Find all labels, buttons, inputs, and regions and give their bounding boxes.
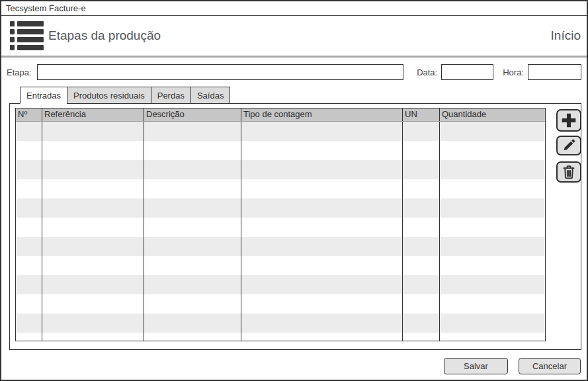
table-cell <box>16 256 42 275</box>
table-header-row: Nº Referência Descrição Tipo de contagem… <box>16 108 545 122</box>
table-cell <box>403 256 440 275</box>
table-cell <box>16 237 42 256</box>
table-row[interactable] <box>16 256 545 275</box>
table-cell <box>144 179 241 198</box>
table-cell <box>42 160 144 179</box>
table-cell <box>403 160 440 179</box>
data-input[interactable] <box>441 64 493 80</box>
hora-input[interactable] <box>528 64 581 80</box>
table-row[interactable] <box>16 141 545 160</box>
table-cell <box>403 333 440 341</box>
table-cell <box>144 333 241 341</box>
entries-table: Nº Referência Descrição Tipo de contagem… <box>15 108 546 341</box>
table-row[interactable] <box>16 333 545 341</box>
table-cell <box>440 179 545 198</box>
table-cell <box>144 275 241 294</box>
cancel-button[interactable]: Cancelar <box>519 358 581 374</box>
tab-entradas[interactable]: Entradas <box>20 87 67 104</box>
list-icon <box>9 20 44 52</box>
table-cell <box>241 198 403 218</box>
table-row[interactable] <box>16 314 545 333</box>
table-cell <box>440 160 545 179</box>
table-cell <box>16 141 42 160</box>
table-cell <box>440 294 545 314</box>
table-cell <box>42 237 144 256</box>
table-cell <box>241 141 403 160</box>
pencil-icon <box>562 138 576 153</box>
table-cell <box>440 237 545 256</box>
table-cell <box>16 218 42 237</box>
add-row-button[interactable] <box>556 109 581 132</box>
tab-perdas[interactable]: Perdas <box>151 87 191 104</box>
table-cell <box>144 160 241 179</box>
save-button[interactable]: Salvar <box>444 358 508 374</box>
table-cell <box>440 256 545 275</box>
table-cell <box>144 122 241 141</box>
table-cell <box>403 198 440 218</box>
table-cell <box>144 218 241 237</box>
window-title: Tecsystem Facture-e <box>6 3 86 13</box>
table-cell <box>42 179 144 198</box>
table-cell <box>16 314 42 333</box>
column-header-quantidade: Quantidade <box>440 108 545 121</box>
table-cell <box>42 122 144 141</box>
data-label: Data: <box>417 67 437 77</box>
table-cell <box>16 294 42 314</box>
etapa-input[interactable] <box>37 64 404 80</box>
table-cell <box>403 275 440 294</box>
table-cell <box>241 237 403 256</box>
table-cell <box>440 314 545 333</box>
hora-label: Hora: <box>503 67 524 77</box>
table-cell <box>403 314 440 333</box>
table-cell <box>16 122 42 141</box>
table-cell <box>42 198 144 218</box>
column-header-referencia: Referência <box>42 108 144 121</box>
footer-bar: Salvar Cancelar <box>1 350 587 374</box>
table-cell <box>42 141 144 160</box>
table-cell <box>241 294 403 314</box>
window-titlebar: Tecsystem Facture-e <box>1 1 587 16</box>
column-header-numero: Nº <box>16 108 42 121</box>
table-cell <box>241 218 403 237</box>
table-row[interactable] <box>16 275 545 294</box>
tab-saidas[interactable]: Saídas <box>190 87 230 104</box>
table-cell <box>403 218 440 237</box>
edit-row-button[interactable] <box>556 136 581 155</box>
table-row[interactable] <box>16 160 545 179</box>
table-cell <box>241 122 403 141</box>
table-cell <box>241 256 403 275</box>
delete-row-button[interactable] <box>556 161 581 183</box>
table-cell <box>144 294 241 314</box>
page-header: Etapas da produção Início <box>1 16 587 58</box>
column-header-un: UN <box>403 108 440 121</box>
table-cell <box>42 294 144 314</box>
table-cell <box>42 256 144 275</box>
tab-produtos-residuais[interactable]: Produtos residuais <box>67 87 151 104</box>
nav-link-inicio[interactable]: Início <box>551 28 581 43</box>
table-cell <box>144 256 241 275</box>
table-row[interactable] <box>16 237 545 256</box>
table-cell <box>403 141 440 160</box>
table-cell <box>241 179 403 198</box>
table-row[interactable] <box>16 198 545 218</box>
table-cell <box>144 198 241 218</box>
table-cell <box>440 275 545 294</box>
table-cell <box>144 314 241 333</box>
table-cell <box>42 333 144 341</box>
table-cell <box>440 122 545 141</box>
column-header-descricao: Descrição <box>144 108 241 121</box>
table-row[interactable] <box>16 122 545 141</box>
form-row: Etapa: Data: Hora: <box>1 58 587 80</box>
table-cell <box>403 294 440 314</box>
table-cell <box>16 198 42 218</box>
table-cell <box>440 141 545 160</box>
table-row[interactable] <box>16 294 545 314</box>
table-cell <box>16 333 42 341</box>
table-row[interactable] <box>16 218 545 237</box>
plus-icon <box>560 112 577 129</box>
app-window: Tecsystem Facture-e Etapas da produção I… <box>0 0 588 381</box>
table-cell <box>16 179 42 198</box>
table-cell <box>241 314 403 333</box>
column-header-tipo-de-contagem: Tipo de contagem <box>241 108 403 121</box>
table-row[interactable] <box>16 179 545 198</box>
